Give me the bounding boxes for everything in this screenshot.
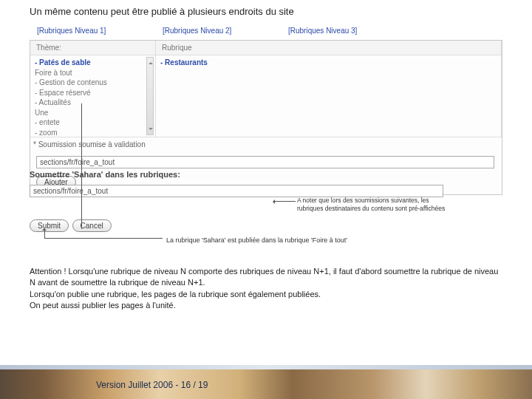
submit-button[interactable]: Submit <box>30 219 69 232</box>
lists-row: - Patés de sable Foire à tout - Gestion … <box>30 55 502 137</box>
soumettre-path-input[interactable] <box>30 185 443 197</box>
list-item[interactable]: Une <box>35 108 151 118</box>
list-item[interactable]: Foire à tout <box>35 68 151 78</box>
list-item[interactable]: - Espace réservé <box>35 88 151 98</box>
panel-header-rubrique: Rubrique <box>156 41 502 55</box>
panel-header: Thème: Rubrique <box>30 41 502 55</box>
listbox-level-1[interactable]: - Patés de sable Foire à tout - Gestion … <box>30 55 156 137</box>
list-item[interactable]: - Patés de sable <box>35 58 151 68</box>
note-publiee: La rubrique 'Sahara' est publiée dans la… <box>166 236 477 244</box>
validation-note: * Soumission soumise à validation <box>30 137 502 150</box>
scrollbar[interactable] <box>146 57 154 135</box>
panel-header-theme: Thème: <box>30 41 156 55</box>
note-pre-affichees: A noter que lors des soumissions suivant… <box>297 197 504 212</box>
list-item[interactable]: - Actualités <box>35 98 151 108</box>
path-input-row <box>36 154 496 168</box>
arrow-vertical <box>81 103 82 229</box>
col-header-2: [Rubriques Niveau 2] <box>163 27 288 35</box>
version-label: Version Juillet 2006 - 16 / 19 <box>96 380 208 390</box>
list-item[interactable]: - Restaurants <box>160 58 497 68</box>
arrow-note-1 <box>273 201 296 202</box>
slide-title: Un même contenu peut être publié à plusi… <box>0 0 532 17</box>
footer-image <box>0 365 532 399</box>
soumettre-label: Soumettre 'Sahara' dans les rubriques: <box>30 170 180 179</box>
arrow-up-tip <box>44 229 45 238</box>
listbox-level-2[interactable]: - Restaurants <box>156 55 502 137</box>
list-item[interactable]: - Gestion de contenus <box>35 78 151 88</box>
col-header-3: [Rubriques Niveau 3] <box>288 27 414 35</box>
arrow-horizontal <box>44 238 163 239</box>
path2-row <box>30 183 502 197</box>
list-item[interactable]: - zoom <box>35 128 151 137</box>
cancel-button[interactable]: Cancel <box>72 219 112 232</box>
section-path-input[interactable] <box>36 156 494 168</box>
attention-line-1: Attention ! Lorsqu'une rubrique de nivea… <box>30 266 502 289</box>
attention-line-3: On peut aussi publier les pages à l'unit… <box>30 300 502 311</box>
list-item[interactable]: - entete <box>35 117 151 128</box>
attention-line-2: Lorsqu'on publie une rubrique, les pages… <box>30 289 502 300</box>
col-header-1: [Rubriques Niveau 1] <box>37 27 163 35</box>
attention-block: Attention ! Lorsqu'une rubrique de nivea… <box>30 266 502 312</box>
column-headers: [Rubriques Niveau 1] [Rubriques Niveau 2… <box>37 27 502 35</box>
